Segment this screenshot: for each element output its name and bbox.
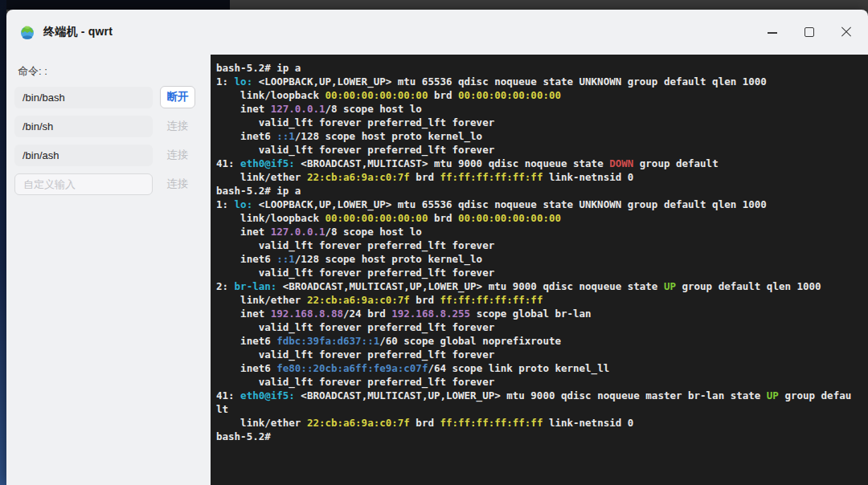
- shell-path-bash[interactable]: /bin/bash: [14, 87, 153, 108]
- terminal-line: lt: [216, 402, 868, 416]
- shell-path-sh[interactable]: /bin/sh: [14, 116, 153, 137]
- connect-button-custom[interactable]: 连接: [160, 173, 195, 195]
- terminal-line: bash-5.2# ip a: [216, 61, 868, 75]
- terminal-line: inet 127.0.0.1/8 scope host lo: [216, 225, 868, 238]
- terminal-line: inet6 ::1/128 scope host proto kernel_lo: [216, 252, 868, 266]
- terminal-window: 终端机 - qwrt 命令: : /bin/bash 断开 /bin/sh 连接…: [6, 10, 868, 485]
- terminal-line: valid_lft forever preferred_lft forever: [216, 143, 868, 157]
- minimize-icon[interactable]: [767, 26, 778, 38]
- terminal-line: 1: lo: <LOOPBACK,UP,LOWER_UP> mtu 65536 …: [216, 198, 868, 211]
- terminal-line: inet6 ::1/128 scope host proto kernel_lo: [216, 129, 868, 143]
- terminal-line: inet 192.168.8.88/24 brd 192.168.8.255 s…: [216, 307, 868, 320]
- terminal-line: valid_lft forever preferred_lft forever: [216, 320, 868, 334]
- terminal-line: link/loopback 00:00:00:00:00:00 brd 00:0…: [216, 211, 868, 225]
- custom-command-input[interactable]: [14, 173, 153, 195]
- shell-row-ash: /bin/ash 连接: [14, 144, 199, 166]
- desktop-background-strip: [0, 0, 230, 10]
- terminal-line: bash-5.2#: [216, 430, 868, 443]
- terminal-line: bash-5.2# ip a: [216, 184, 868, 198]
- shell-path-ash[interactable]: /bin/ash: [14, 145, 153, 166]
- terminal-line: valid_lft forever preferred_lft forever: [216, 238, 868, 252]
- terminal-line: valid_lft forever preferred_lft forever: [216, 116, 868, 129]
- sidebar: 命令: : /bin/bash 断开 /bin/sh 连接 /bin/ash 连…: [6, 55, 211, 485]
- connect-button-ash[interactable]: 连接: [160, 144, 195, 166]
- close-icon[interactable]: [841, 26, 852, 38]
- shell-row-sh: /bin/sh 连接: [14, 115, 199, 137]
- maximize-icon[interactable]: [804, 26, 815, 38]
- terminal-line: link/ether 22:cb:a6:9a:c0:7f brd ff:ff:f…: [216, 416, 868, 430]
- desktop-wallpaper-edge: [0, 0, 6, 485]
- terminal-line: 2: br-lan: <BROADCAST,MULTICAST,UP,LOWER…: [216, 279, 868, 293]
- window-controls: [767, 26, 852, 38]
- titlebar: 终端机 - qwrt: [6, 10, 868, 55]
- titlebar-left: 终端机 - qwrt: [19, 24, 113, 40]
- terminal-line: link/loopback 00:00:00:00:00:00 brd 00:0…: [216, 88, 868, 102]
- window-title: 终端机 - qwrt: [43, 25, 113, 39]
- globe-terminal-icon: [19, 24, 35, 40]
- terminal-line: link/ether 22:cb:a6:9a:c0:7f brd ff:ff:f…: [216, 170, 868, 184]
- terminal-line: valid_lft forever preferred_lft forever: [216, 375, 868, 389]
- terminal-output[interactable]: bash-5.2# ip a1: lo: <LOOPBACK,UP,LOWER_…: [211, 55, 868, 485]
- terminal-line: inet6 fe80::20cb:a6ff:fe9a:c07f/64 scope…: [216, 361, 868, 375]
- terminal-line: link/ether 22:cb:a6:9a:c0:7f brd ff:ff:f…: [216, 293, 868, 307]
- terminal-line: 41: eth0@if5: <BROADCAST,MULTICAST> mtu …: [216, 157, 868, 170]
- connect-button-sh[interactable]: 连接: [160, 115, 195, 137]
- terminal-line: 41: eth0@if5: <BROADCAST,MULTICAST,UP,LO…: [216, 389, 868, 402]
- terminal-line: inet 127.0.0.1/8 scope host lo: [216, 102, 868, 116]
- shell-row-custom: 连接: [14, 173, 199, 195]
- command-label: 命令: :: [18, 64, 199, 79]
- window-body: 命令: : /bin/bash 断开 /bin/sh 连接 /bin/ash 连…: [6, 55, 868, 485]
- terminal-line: inet6 fdbc:39fa:d637::1/60 scope global …: [216, 334, 868, 348]
- disconnect-button[interactable]: 断开: [160, 86, 195, 108]
- terminal-line: 1: lo: <LOOPBACK,UP,LOWER_UP> mtu 65536 …: [216, 75, 868, 88]
- terminal-line: valid_lft forever preferred_lft forever: [216, 266, 868, 279]
- terminal-line: valid_lft forever preferred_lft forever: [216, 348, 868, 361]
- shell-row-bash: /bin/bash 断开: [14, 86, 199, 108]
